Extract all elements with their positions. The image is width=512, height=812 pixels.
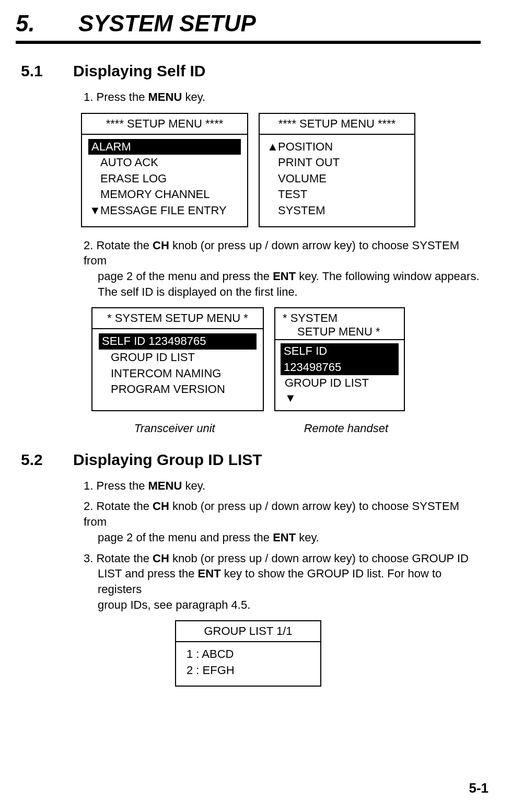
group-item-2: 2 : EFGH <box>182 663 314 679</box>
group-item-1: 1 : ABCD <box>182 646 314 663</box>
menu-title: * SYSTEM SETUP MENU * <box>92 308 263 329</box>
section-5-1-title: 5.1Displaying Self ID <box>16 62 481 80</box>
step-text: 1. Press the MENU key. <box>84 478 481 494</box>
menu-title: GROUP LIST 1/1 <box>176 621 320 642</box>
menu-body: SELF ID 123498765 GROUP ID LIST INTERCOM… <box>92 329 263 404</box>
group-list-screen: GROUP LIST 1/1 1 : ABCD 2 : EFGH <box>175 620 321 687</box>
setup-menu-page2: **** SETUP MENU **** ▲POSITION PRINT OUT… <box>259 113 415 227</box>
menu-item-self-id-l2: 123498765 <box>281 359 399 376</box>
menu-body: 1 : ABCD 2 : EFGH <box>176 642 320 686</box>
menu-item-message-file: ▼MESSAGE FILE ENTRY <box>88 203 241 219</box>
menu-item-system: SYSTEM <box>266 203 408 219</box>
step-text: 3. Rotate the CH knob (or press up / dow… <box>84 551 481 613</box>
menu-item-self-id: SELF ID 123498765 <box>99 333 257 350</box>
menu-item-memory-channel: MEMORY CHANNEL <box>88 187 241 203</box>
step-text: 1. Press the MENU key. <box>84 89 481 105</box>
section-title-text: Displaying Group ID LIST <box>73 451 262 468</box>
menu-item-self-id-l1: SELF ID <box>281 343 399 359</box>
caption-transceiver: Transceiver unit <box>108 422 215 435</box>
step-text: 2. Rotate the CH knob (or press up / dow… <box>84 238 481 300</box>
menu-item-erase-log: ERASE LOG <box>88 171 241 187</box>
section-5-2-title: 5.2Displaying Group ID LIST <box>16 451 481 469</box>
caption-remote: Remote handset <box>304 422 388 435</box>
page-number: 5-1 <box>469 780 488 796</box>
chapter-rule <box>16 41 481 44</box>
down-arrow-icon: ▼ <box>89 203 101 218</box>
section-number: 5.1 <box>16 62 73 80</box>
menu-body: ▲POSITION PRINT OUT VOLUME TEST SYSTEM <box>260 135 414 226</box>
step-text: 2. Rotate the CH knob (or press up / dow… <box>84 498 481 545</box>
menu-item-auto-ack: AUTO ACK <box>88 155 241 171</box>
section-number: 5.2 <box>16 451 73 469</box>
menu-body: ALARM AUTO ACK ERASE LOG MEMORY CHANNEL … <box>82 135 247 226</box>
menu-title: * SYSTEM SETUP MENU * <box>275 308 404 340</box>
menu-title: **** SETUP MENU **** <box>82 114 247 135</box>
setup-menu-screens: **** SETUP MENU **** ALARM AUTO ACK ERAS… <box>16 113 481 227</box>
menu-item-print-out: PRINT OUT <box>266 155 408 171</box>
menu-item-intercom: INTERCOM NAMING <box>99 366 257 382</box>
menu-item-group-id-list: GROUP ID LIST <box>281 375 399 391</box>
menu-item-test: TEST <box>266 187 408 203</box>
menu-title: **** SETUP MENU **** <box>260 114 414 135</box>
chapter-number: 5. <box>16 10 78 37</box>
menu-item-program-version: PROGRAM VERSION <box>99 381 257 398</box>
menu-item-group-id-list: GROUP ID LIST <box>99 350 257 366</box>
menu-item-alarm: ALARM <box>88 139 241 155</box>
up-arrow-icon: ▲ <box>267 140 278 155</box>
menu-item-position: ▲POSITION <box>266 139 408 155</box>
menu-body: SELF ID 123498765 GROUP ID LIST ▼ <box>275 340 404 410</box>
system-menu-screens: * SYSTEM SETUP MENU * SELF ID 123498765 … <box>16 307 481 411</box>
down-arrow-icon: ▼ <box>281 391 399 405</box>
chapter-title: 5.SYSTEM SETUP <box>16 10 481 37</box>
screen-captions: Transceiver unit Remote handset <box>16 422 481 435</box>
menu-item-volume: VOLUME <box>266 171 408 187</box>
system-setup-handset: * SYSTEM SETUP MENU * SELF ID 123498765 … <box>274 307 405 411</box>
chapter-title-text: SYSTEM SETUP <box>78 10 256 36</box>
section-title-text: Displaying Self ID <box>73 62 205 79</box>
system-setup-transceiver: * SYSTEM SETUP MENU * SELF ID 123498765 … <box>91 307 264 411</box>
setup-menu-page1: **** SETUP MENU **** ALARM AUTO ACK ERAS… <box>81 113 248 227</box>
